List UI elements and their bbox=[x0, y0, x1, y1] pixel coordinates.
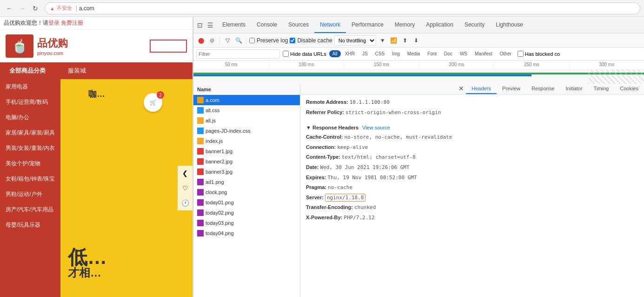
file-item-ad1[interactable]: ad1.png bbox=[193, 177, 300, 187]
file-item-banner1[interactable]: banner1.jpg bbox=[193, 146, 300, 156]
nav-item-fashion[interactable]: 服装城 bbox=[60, 62, 93, 79]
search-icon-button[interactable]: 🔍 bbox=[234, 36, 243, 45]
preserve-log-checkbox[interactable] bbox=[249, 38, 255, 43]
file-item-clock[interactable]: clock.png bbox=[193, 187, 300, 197]
brand-header: 🍵 品优购 pinyou.com bbox=[0, 30, 193, 62]
filter-input[interactable] bbox=[196, 49, 280, 59]
type-pill-manifest[interactable]: Manifest bbox=[471, 50, 496, 57]
sidebar-item-home[interactable]: 家居/家具/家装/厨具 bbox=[0, 125, 60, 141]
filter-icon-button[interactable]: ▽ bbox=[223, 36, 232, 45]
tab-network[interactable]: Network bbox=[314, 17, 346, 33]
tab-sources[interactable]: Sources bbox=[283, 17, 314, 33]
download-icon[interactable]: ⬇ bbox=[412, 36, 421, 45]
type-pill-other[interactable]: Other bbox=[497, 50, 515, 57]
pragma-value: no-cache bbox=[328, 184, 352, 190]
nav-buttons: ← → ↻ bbox=[4, 3, 41, 14]
devtools-icon2[interactable]: ☰ bbox=[206, 20, 215, 30]
x-powered-by-label: X-Powered-By: bbox=[306, 215, 344, 220]
file-item-indexjs[interactable]: index.js bbox=[193, 136, 300, 146]
throttling-select[interactable]: No throttling Fast 3G Slow 3G bbox=[334, 35, 376, 46]
file-item-banner3[interactable]: banner3.jpg bbox=[193, 167, 300, 177]
file-item-today01[interactable]: today01.png bbox=[193, 197, 300, 208]
tab-memory[interactable]: Memory bbox=[389, 17, 420, 33]
hide-data-urls-checkbox[interactable] bbox=[283, 51, 289, 57]
type-pill-doc[interactable]: Doc bbox=[441, 50, 456, 57]
timeline-label-150: 150 ms bbox=[344, 61, 419, 69]
sidebar-item-appliances[interactable]: 家用电器 bbox=[0, 79, 60, 94]
type-pill-img[interactable]: Img bbox=[389, 50, 403, 57]
record-button[interactable]: ⬤ bbox=[196, 36, 206, 45]
search-box[interactable] bbox=[150, 40, 187, 53]
register-link[interactable]: 免费注册 bbox=[61, 19, 83, 27]
sidebar-item-realty[interactable]: 房产/汽车/汽车用品 bbox=[0, 202, 60, 217]
file-item-banner2[interactable]: banner2.jpg bbox=[193, 156, 300, 167]
file-icon-js1 bbox=[197, 117, 204, 124]
heart-button[interactable]: ♡ bbox=[178, 181, 193, 196]
file-item-pjd[interactable]: pages-JD-index.css bbox=[193, 126, 300, 136]
file-item-acom[interactable]: a.com bbox=[193, 95, 300, 105]
file-item-allcss[interactable]: all.css bbox=[193, 105, 300, 115]
sidebar-item-sports[interactable]: 男鞋/运动/户外 bbox=[0, 187, 60, 202]
sidebar-item-mobile[interactable]: 手机/运营商/数码 bbox=[0, 94, 60, 110]
tab-security[interactable]: Security bbox=[459, 17, 490, 33]
file-name-indexjs: index.js bbox=[206, 138, 223, 144]
headers-tab-headers[interactable]: Headers bbox=[466, 84, 497, 94]
cart-button[interactable]: 🛒 2 bbox=[144, 93, 162, 112]
prev-button[interactable]: ❮ bbox=[178, 166, 193, 181]
tab-elements[interactable]: Elements bbox=[217, 17, 251, 33]
login-link[interactable]: 登录 bbox=[48, 19, 60, 27]
server-value: nginx/1.18.0 bbox=[325, 194, 365, 202]
headers-tab-initiator[interactable]: Initiator bbox=[560, 84, 588, 94]
reload-button[interactable]: ↻ bbox=[30, 3, 41, 14]
type-pill-xhr[interactable]: XHR bbox=[342, 50, 358, 57]
close-panel-button[interactable]: ✕ bbox=[457, 84, 466, 93]
view-source-link[interactable]: View source bbox=[362, 125, 390, 130]
file-item-today04[interactable]: today04.png bbox=[193, 228, 300, 238]
type-pill-ws[interactable]: WS bbox=[457, 50, 471, 57]
date-label: Date: bbox=[306, 164, 320, 170]
forward-button[interactable]: → bbox=[17, 3, 28, 14]
headers-tab-response[interactable]: Response bbox=[526, 84, 560, 94]
clear-button[interactable]: ⊘ bbox=[207, 36, 217, 45]
has-blocked-checkbox[interactable] bbox=[518, 51, 524, 57]
disable-cache-checkbox[interactable] bbox=[290, 38, 295, 43]
tab-lighthouse[interactable]: Lighthouse bbox=[490, 17, 529, 33]
sidebar-item-beauty[interactable]: 美妆个护/宠物 bbox=[0, 156, 60, 171]
search-input[interactable] bbox=[151, 43, 186, 49]
headers-tab-timing[interactable]: Timing bbox=[588, 84, 615, 94]
file-item-alljs[interactable]: all.js bbox=[193, 115, 300, 126]
type-pill-all[interactable]: All bbox=[329, 50, 341, 57]
tab-console[interactable]: Console bbox=[251, 17, 283, 33]
clock-button[interactable]: 🕐 bbox=[178, 196, 193, 210]
brand-name: 品优购 bbox=[37, 36, 68, 50]
connection-field: Connection: keep-alive bbox=[306, 142, 638, 153]
main-layout: 品优购欢迎您！请 登录 免费注册 🍵 品优购 pinyou.com 全部商品分类… bbox=[0, 17, 644, 297]
devtools-icon1[interactable]: ⊡ bbox=[195, 20, 205, 30]
file-item-today02[interactable]: today02.png bbox=[193, 208, 300, 218]
upload-icon[interactable]: ⬆ bbox=[400, 36, 410, 45]
back-button[interactable]: ← bbox=[4, 3, 15, 14]
transfer-encoding-value: chunked bbox=[354, 204, 376, 210]
file-name-today04: today04.png bbox=[206, 230, 234, 236]
address-bar[interactable]: ▲ 不安全 | a.com bbox=[45, 2, 640, 14]
nav-all-categories[interactable]: 全部商品分类 bbox=[0, 62, 60, 79]
type-pill-font[interactable]: Font bbox=[424, 50, 440, 57]
tab-application[interactable]: Application bbox=[420, 17, 459, 33]
sidebar-item-baby[interactable]: 母婴/玩具乐器 bbox=[0, 217, 60, 233]
file-item-today03[interactable]: today03.png bbox=[193, 218, 300, 228]
type-pill-css[interactable]: CSS bbox=[372, 50, 388, 57]
throttling-extra-button[interactable]: ▼ bbox=[378, 36, 387, 45]
type-pill-media[interactable]: Media bbox=[404, 50, 423, 57]
cup-icon: 🍵 bbox=[12, 39, 28, 54]
devtools-tabs: ⊡ ☰ Elements Console Sources Network Per… bbox=[193, 17, 644, 34]
headers-tab-preview[interactable]: Preview bbox=[497, 84, 526, 94]
cart-badge: 2 bbox=[157, 91, 164, 99]
timeline-label-50: 50 ms bbox=[193, 61, 269, 69]
sidebar-item-shoes[interactable]: 女鞋/箱包/钟表/珠宝 bbox=[0, 171, 60, 187]
headers-tab-cookies[interactable]: Cookies bbox=[614, 84, 644, 94]
sidebar-item-clothing[interactable]: 男装/女装/童装/内衣 bbox=[0, 141, 60, 156]
sidebar-item-computer[interactable]: 电脑/办公 bbox=[0, 110, 60, 125]
type-pill-js[interactable]: JS bbox=[359, 50, 371, 57]
wifi-icon[interactable]: 📶 bbox=[389, 36, 398, 45]
tab-performance[interactable]: Performance bbox=[346, 17, 389, 33]
